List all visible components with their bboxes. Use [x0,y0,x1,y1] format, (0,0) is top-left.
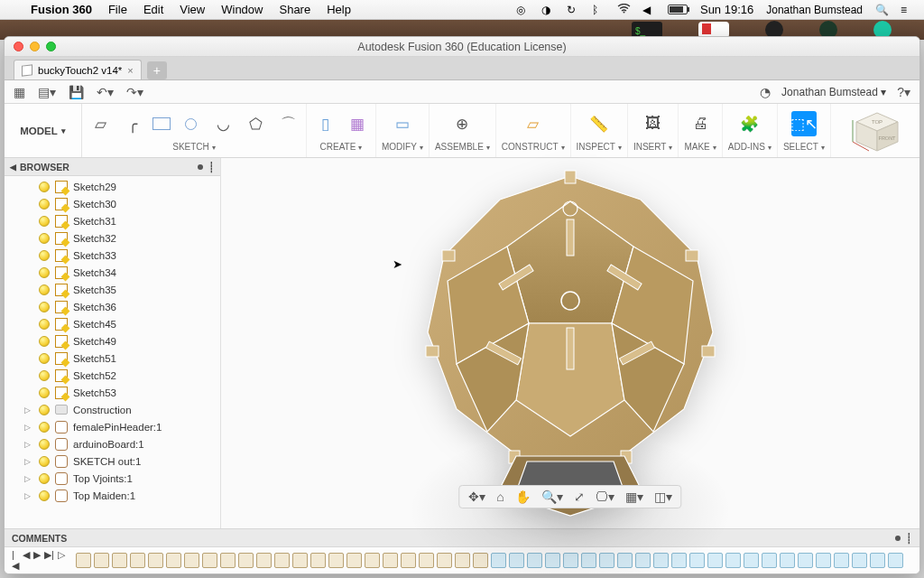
timeline-op[interactable] [130,553,145,568]
timeline-op[interactable] [202,553,217,568]
timeline-op[interactable] [383,553,398,568]
select-icon[interactable]: ⬚↖ [791,111,817,136]
grid-icon[interactable]: ▦▾ [625,489,643,504]
group-label[interactable]: SKETCH [172,142,216,152]
battery-icon[interactable] [668,5,688,14]
visibility-bulb-icon[interactable] [39,490,50,501]
cloud-icon[interactable]: ◑ [541,4,554,16]
group-label[interactable]: INSPECT [577,142,622,152]
model-geometry[interactable] [399,165,742,530]
visibility-bulb-icon[interactable] [39,336,50,347]
timeline-next-icon[interactable]: ▶ [33,549,41,572]
timeline-op[interactable] [346,553,362,568]
menubar-clock[interactable]: Sun 19:16 [700,3,753,16]
timeline-op[interactable] [798,553,813,568]
press-pull-icon[interactable]: ▭ [390,111,415,136]
visibility-bulb-icon[interactable] [39,319,50,330]
timeline-op[interactable] [166,553,181,568]
browser-sketch-item[interactable]: Sketch49 [5,332,220,350]
options-icon[interactable] [895,536,901,541]
expand-icon[interactable]: ▷ [24,474,33,483]
lookat-icon[interactable]: ⌂ [496,489,504,504]
pan-icon[interactable]: ✋ [515,489,531,504]
addins-icon[interactable]: 🧩 [737,111,762,136]
expand-icon[interactable]: ▷ [24,406,33,415]
collapse-icon[interactable]: ◀ [10,163,16,172]
browser-sketch-item[interactable]: Sketch32 [5,229,220,247]
circle-icon[interactable] [178,111,203,136]
orbit-icon[interactable]: ✥▾ [468,489,485,504]
drag-handle-icon[interactable]: ┊ [208,162,215,172]
save-icon[interactable]: 💾 [69,85,84,99]
close-tab-icon[interactable]: × [127,65,133,76]
visibility-bulb-icon[interactable] [39,199,50,210]
arc-icon[interactable]: ◡ [210,111,236,136]
viewcube[interactable]: TOP FRONT [851,109,903,154]
timeline-op[interactable] [310,553,326,568]
menu-help[interactable]: Help [327,3,351,16]
timeline-prev-icon[interactable]: ◀ [23,549,30,572]
plane-icon[interactable]: ▱ [521,111,546,136]
timeline-end-icon[interactable]: ▶| [44,549,54,572]
menu-file[interactable]: File [108,3,127,16]
volume-icon[interactable]: ◀ [642,4,655,16]
browser-component-item[interactable]: ▷femalePinHeader:1 [5,418,220,435]
visibility-bulb-icon[interactable] [39,302,50,312]
group-label[interactable]: MAKE [684,142,716,152]
spotlight-icon[interactable]: 🔍 [875,4,888,16]
make-icon[interactable]: 🖨 [688,111,713,136]
timeline-play-icon[interactable]: ▷ [58,549,65,572]
menu-window[interactable]: Window [221,3,263,16]
browser-sketch-item[interactable]: Sketch29 [5,178,220,195]
options-icon[interactable] [198,164,203,170]
insert-icon[interactable]: 🖼 [641,111,666,136]
browser-component-item[interactable]: ▷Construction [5,401,220,418]
timeline-op[interactable] [744,553,759,568]
browser-sketch-item[interactable]: Sketch53 [5,384,220,401]
timemachine-icon[interactable]: ↻ [567,4,579,16]
group-label[interactable]: ADD-INS [728,142,772,152]
expand-icon[interactable]: ▷ [24,423,33,432]
visibility-bulb-icon[interactable] [39,387,50,398]
browser-sketch-item[interactable]: Sketch35 [5,281,220,298]
timeline-op[interactable] [256,553,272,568]
data-panel-icon[interactable]: ▦ [14,85,25,99]
line-icon[interactable]: ╭ [120,111,145,136]
browser-component-item[interactable]: ▷SKETCH out:1 [5,452,220,470]
file-menu-icon[interactable]: ▤▾ [38,85,56,99]
timeline-op[interactable] [870,553,885,568]
document-tab[interactable]: buckyTouch2 v14* × [14,60,142,79]
create-sketch-icon[interactable]: ▱ [88,111,113,136]
rectangle-icon[interactable] [152,117,171,130]
timeline-op[interactable] [888,553,903,568]
visibility-bulb-icon[interactable] [39,284,50,295]
group-label[interactable]: SELECT [783,142,825,152]
viewports-icon[interactable]: ◫▾ [654,489,672,504]
browser-sketch-item[interactable]: Sketch36 [5,298,220,315]
browser-sketch-item[interactable]: Sketch30 [5,195,220,212]
timeline-op[interactable] [707,553,723,568]
browser-sketch-item[interactable]: Sketch52 [5,367,220,384]
fillet-sketch-icon[interactable]: ⌒ [275,111,300,136]
group-label[interactable]: MODIFY [382,142,423,152]
redo-icon[interactable]: ↷▾ [126,85,143,99]
visibility-bulb-icon[interactable] [39,250,50,261]
visibility-bulb-icon[interactable] [39,405,50,415]
timeline-op[interactable] [184,553,199,568]
browser-header[interactable]: ◀ BROWSER ┊ [5,158,220,176]
polygon-icon[interactable]: ⬠ [243,111,268,136]
menu-view[interactable]: View [180,3,205,16]
visibility-bulb-icon[interactable] [39,456,50,467]
measure-icon[interactable]: 📏 [587,111,612,136]
browser-component-item[interactable]: ▷Top Vjoints:1 [5,470,220,487]
timeline-start-icon[interactable]: |◀ [12,549,19,572]
wifi-icon[interactable] [617,4,630,16]
new-tab-button[interactable]: + [147,61,167,79]
browser-sketch-item[interactable]: Sketch45 [5,315,220,332]
browser-component-item[interactable]: ▷Top Maiden:1 [5,487,220,504]
group-label[interactable]: CREATE [320,142,363,152]
timeline-op[interactable] [834,553,849,568]
sync-icon[interactable]: ◎ [516,4,529,16]
timeline-op[interactable] [852,553,867,568]
workspace-switcher[interactable]: MODEL [5,104,82,157]
